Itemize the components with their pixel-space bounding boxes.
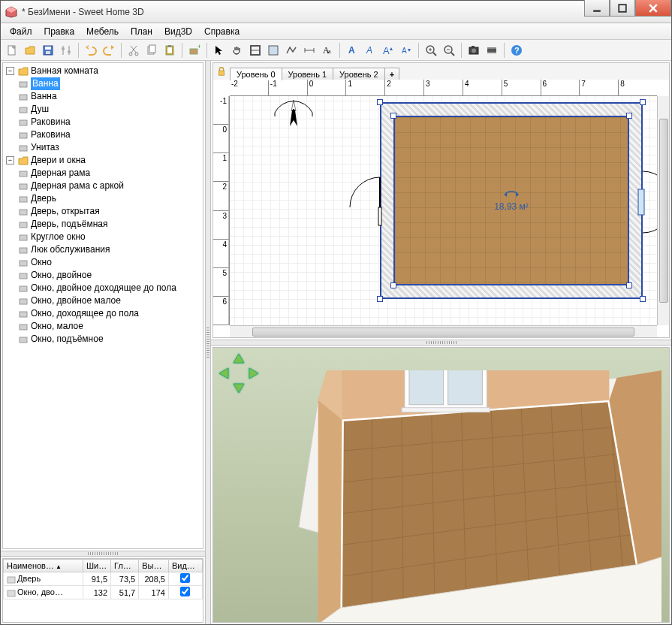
- plan-v-scrollbar[interactable]: [657, 96, 669, 325]
- create-walls-button[interactable]: [247, 42, 264, 59]
- menu-вид3d[interactable]: Вид3D: [160, 25, 197, 38]
- menu-план[interactable]: План: [126, 25, 157, 38]
- catalog-item[interactable]: Окно, доходящее до пола: [18, 307, 201, 320]
- expand-toggle[interactable]: −: [6, 156, 14, 165]
- text-italic-button[interactable]: A: [362, 42, 378, 59]
- nav-down-button[interactable]: [232, 381, 246, 394]
- level-tab[interactable]: Уровень 0: [230, 68, 282, 80]
- create-dimensions-button[interactable]: [301, 42, 318, 59]
- plan-h-scrollbar[interactable]: [230, 325, 657, 337]
- catalog-item[interactable]: Окно, подъёмное: [18, 333, 201, 346]
- text-bold-button[interactable]: A: [344, 42, 360, 59]
- column-header[interactable]: Наименов…▲: [4, 560, 83, 572]
- create-rooms-button[interactable]: [265, 42, 282, 59]
- increase-text-button[interactable]: A: [380, 42, 396, 59]
- open-file-button[interactable]: [22, 42, 38, 59]
- catalog-item[interactable]: Круглое окно: [18, 231, 201, 243]
- svg-rect-88: [378, 207, 381, 225]
- menu-файл[interactable]: Файл: [5, 25, 37, 38]
- nav-left-button[interactable]: [218, 367, 231, 380]
- wall-handle[interactable]: [626, 282, 632, 288]
- wall-handle[interactable]: [377, 296, 383, 302]
- menu-мебель[interactable]: Мебель: [82, 25, 123, 38]
- table-row[interactable]: Дверь91,573,5208,5: [4, 572, 203, 586]
- catalog-item[interactable]: Раковина: [18, 128, 201, 141]
- catalog-item[interactable]: Дверь, подъёмная: [18, 218, 201, 231]
- visibility-checkbox[interactable]: [180, 573, 190, 583]
- paste-button[interactable]: [161, 42, 178, 59]
- furniture-catalog-tree[interactable]: −Ванная комнатаВаннаВаннаДушРаковинаРако…: [2, 62, 203, 549]
- create-polyline-button[interactable]: [283, 42, 300, 59]
- level-tab[interactable]: Уровень 1: [282, 68, 334, 80]
- catalog-item[interactable]: Раковина: [18, 116, 201, 128]
- menu-правка[interactable]: Правка: [40, 25, 80, 38]
- cut-button[interactable]: [125, 42, 142, 59]
- catalog-item[interactable]: Дверь: [18, 192, 201, 205]
- select-tool-button[interactable]: [211, 42, 228, 59]
- create-photo-button[interactable]: [466, 42, 482, 59]
- catalog-item[interactable]: Окно, двойное: [18, 269, 201, 282]
- pan-tool-button[interactable]: [229, 42, 246, 59]
- nav-right-button[interactable]: [246, 367, 260, 380]
- compass-icon[interactable]: [267, 96, 320, 149]
- create-video-button[interactable]: [484, 42, 500, 59]
- wall-handle[interactable]: [640, 99, 646, 105]
- save-button[interactable]: [40, 42, 56, 59]
- column-header[interactable]: Глу…: [111, 560, 139, 572]
- column-header[interactable]: Вы…: [139, 560, 169, 572]
- catalog-item[interactable]: Люк обслуживания: [18, 243, 201, 256]
- catalog-item[interactable]: Унитаз: [18, 141, 201, 154]
- door-icon[interactable]: [347, 174, 392, 227]
- catalog-item[interactable]: Дверная рама с аркой: [18, 180, 201, 192]
- wall-handle[interactable]: [390, 282, 396, 288]
- zoom-in-button[interactable]: [423, 42, 439, 59]
- catalog-item[interactable]: Окно, малое: [18, 320, 201, 333]
- expand-toggle[interactable]: −: [6, 67, 14, 75]
- catalog-item[interactable]: Ванна: [18, 90, 201, 103]
- catalog-item[interactable]: Окно, двойное доходящее до пола: [18, 282, 201, 294]
- undo-button[interactable]: [83, 42, 99, 59]
- left-splitter[interactable]: [1, 551, 205, 557]
- close-button[interactable]: [635, 0, 671, 17]
- redo-button[interactable]: [101, 42, 117, 59]
- maximize-button[interactable]: [610, 0, 635, 17]
- wall-handle[interactable]: [640, 296, 646, 302]
- create-text-button[interactable]: Aa: [319, 42, 336, 59]
- window-icon[interactable]: [631, 168, 657, 236]
- preferences-button[interactable]: [58, 42, 74, 59]
- right-splitter[interactable]: [211, 340, 671, 346]
- minimize-button[interactable]: [584, 0, 610, 17]
- catalog-item[interactable]: Дверь, открытая: [18, 205, 201, 218]
- new-file-button[interactable]: [4, 42, 20, 59]
- visibility-checkbox[interactable]: [180, 587, 190, 596]
- catalog-item[interactable]: Ванна: [18, 77, 201, 90]
- column-header[interactable]: Ши…: [83, 560, 111, 572]
- catalog-category[interactable]: −Двери и окна: [6, 154, 201, 167]
- nav-up-button[interactable]: [232, 352, 246, 366]
- add-level-button[interactable]: +: [384, 68, 399, 80]
- catalog-item[interactable]: Окно: [18, 256, 201, 269]
- wall-handle[interactable]: [390, 113, 396, 119]
- furniture-list[interactable]: Наименов…▲Ши…Глу…Вы…Види…Дверь91,573,520…: [2, 558, 203, 623]
- lock-plan-button[interactable]: [215, 65, 228, 78]
- plan-canvas[interactable]: 18,93 м²: [230, 96, 657, 325]
- wall-handle[interactable]: [377, 99, 383, 105]
- catalog-item[interactable]: Душ: [18, 103, 201, 116]
- help-button[interactable]: ?: [508, 42, 525, 59]
- decrease-text-button[interactable]: A: [398, 42, 414, 59]
- catalog-item[interactable]: Дверная рама: [18, 167, 201, 180]
- copy-button[interactable]: [143, 42, 160, 59]
- room[interactable]: 18,93 м²: [393, 116, 629, 285]
- catalog-category[interactable]: −Ванная комната: [6, 65, 201, 77]
- level-tab[interactable]: Уровень 2: [333, 68, 385, 80]
- menu-справка[interactable]: Справка: [200, 25, 244, 38]
- wall-handle[interactable]: [626, 113, 632, 119]
- column-header[interactable]: Види…: [168, 560, 202, 572]
- vertical-splitter[interactable]: [205, 61, 211, 624]
- zoom-out-button[interactable]: [441, 42, 457, 59]
- catalog-item[interactable]: Окно, двойное малое: [18, 294, 201, 307]
- add-furniture-button[interactable]: +: [186, 42, 203, 59]
- table-row[interactable]: Окно, дво…13251,7174: [4, 586, 203, 599]
- view-3d-panel[interactable]: [212, 347, 670, 623]
- furniture-icon: [18, 270, 29, 281]
